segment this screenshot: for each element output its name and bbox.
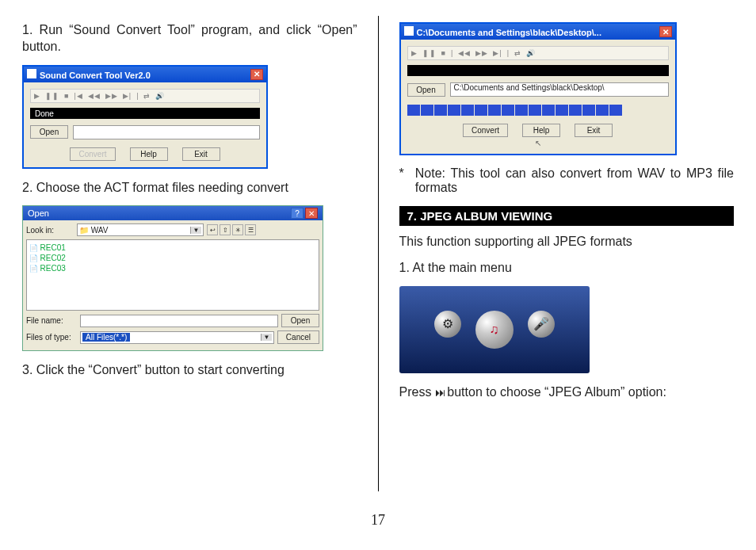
gear-icon: ⚙ bbox=[434, 311, 461, 338]
play-icon[interactable]: ▶ bbox=[34, 92, 40, 100]
window-titlebar: C:\Documents and Settings\black\Desktop\… bbox=[401, 24, 675, 40]
open-dialog-titlebar: Open ? ✕ bbox=[23, 206, 323, 220]
open-button[interactable]: Open bbox=[30, 125, 68, 139]
open-dialog-title: Open bbox=[28, 208, 49, 218]
step-2-text: 2. Choose the ACT format files needing c… bbox=[22, 180, 357, 197]
sound-convert-window: Sound Convert Tool Ver2.0 ✕ ▶ ❚❚ ■ |◀ ◀◀… bbox=[22, 65, 268, 169]
volume-icon[interactable]: 🔊 bbox=[155, 92, 165, 100]
file-list[interactable]: REC01 REC02 REC03 bbox=[26, 239, 319, 311]
filename-input[interactable] bbox=[80, 315, 278, 327]
right-column: C:\Documents and Settings\black\Desktop\… bbox=[399, 16, 735, 507]
mode-icon[interactable]: ⇄ bbox=[143, 92, 151, 100]
step-3-text: 3. Click the “Convert” button to start c… bbox=[22, 362, 357, 379]
music-icon: ♫ bbox=[475, 311, 514, 349]
next-icon[interactable]: ▶| bbox=[123, 92, 132, 100]
list-item[interactable]: REC03 bbox=[29, 263, 316, 273]
pause-icon[interactable]: ❚❚ bbox=[45, 92, 59, 100]
chevron-down-icon[interactable]: ▼ bbox=[261, 334, 272, 341]
status-bar bbox=[407, 65, 669, 76]
press-instruction: Press ⏭ button to choose “JPEG Album” op… bbox=[399, 384, 735, 401]
cursor-icon: ↖ bbox=[407, 139, 669, 147]
jpeg-step1: 1. At the main menu bbox=[399, 260, 735, 277]
prev-icon[interactable]: |◀ bbox=[74, 92, 82, 100]
lookin-combo[interactable]: 📁 WAV ▼ bbox=[77, 223, 204, 236]
exit-button[interactable]: Exit bbox=[575, 124, 613, 137]
list-item[interactable]: REC02 bbox=[29, 253, 316, 263]
filetype-label: Files of type: bbox=[26, 333, 77, 342]
play-icon[interactable]: ▶ bbox=[411, 49, 418, 57]
convert-button[interactable]: Convert bbox=[463, 124, 508, 137]
app-icon bbox=[404, 26, 414, 36]
rewind-icon[interactable]: ◀◀ bbox=[88, 92, 101, 100]
left-column: 1. Run “Sound Convert Tool” program, and… bbox=[22, 16, 357, 507]
section-heading: 7. JPEG ALBUM VIEWING bbox=[399, 206, 735, 226]
chevron-down-icon[interactable]: ▼ bbox=[190, 227, 201, 234]
volume-icon[interactable]: 🔊 bbox=[526, 49, 536, 57]
column-divider bbox=[378, 16, 379, 491]
close-icon[interactable]: ✕ bbox=[659, 26, 672, 37]
filetype-combo[interactable]: All Files(*.*) ▼ bbox=[80, 331, 274, 344]
list-item[interactable]: REC01 bbox=[29, 243, 316, 253]
forward-icon[interactable]: ▶▶ bbox=[475, 49, 488, 57]
jpeg-intro: This function supporting all JPEG format… bbox=[399, 234, 735, 250]
lookin-label: Look in: bbox=[26, 226, 74, 235]
status-bar: Done bbox=[30, 108, 260, 119]
newfolder-icon[interactable]: ✳ bbox=[232, 224, 243, 235]
note-text: Note: This tool can also convert from WA… bbox=[415, 166, 734, 195]
next-icon[interactable]: ▶| bbox=[493, 49, 502, 57]
step-1-text: 1. Run “Sound Convert Tool” program, and… bbox=[22, 22, 357, 55]
exit-button[interactable]: Exit bbox=[182, 147, 220, 161]
mode-icon[interactable]: ⇄ bbox=[514, 49, 521, 57]
window-title: C:\Documents and Settings\black\Desktop\… bbox=[417, 28, 602, 37]
up-icon[interactable]: ⇧ bbox=[220, 224, 231, 235]
app-icon bbox=[27, 69, 36, 78]
page-number: 17 bbox=[22, 512, 734, 529]
main-menu-image: ⚙ ♫ 🎤 bbox=[399, 286, 590, 373]
help-button[interactable]: Help bbox=[522, 124, 560, 137]
player-controls: ▶ ❚❚ ■ | ◀◀ ▶▶ ▶| | ⇄ 🔊 bbox=[407, 46, 669, 60]
convert-button[interactable]: Convert bbox=[70, 147, 115, 161]
view-icon[interactable]: ☰ bbox=[245, 224, 256, 235]
pause-icon[interactable]: ❚❚ bbox=[422, 49, 437, 57]
close-icon[interactable]: ✕ bbox=[305, 208, 318, 219]
note-asterisk: * bbox=[399, 166, 404, 181]
window-title: Sound Convert Tool Ver2.0 bbox=[40, 71, 151, 80]
filename-label: File name: bbox=[26, 316, 77, 325]
close-icon[interactable]: ✕ bbox=[250, 69, 263, 80]
stop-icon[interactable]: ■ bbox=[64, 92, 69, 100]
dialog-open-button[interactable]: Open bbox=[281, 314, 319, 327]
stop-icon[interactable]: ■ bbox=[441, 49, 446, 57]
help-button[interactable]: Help bbox=[130, 147, 168, 161]
player-controls: ▶ ❚❚ ■ |◀ ◀◀ ▶▶ ▶| | ⇄ 🔊 bbox=[30, 89, 260, 103]
progress-bar bbox=[407, 105, 669, 116]
forward-icon[interactable]: ▶▶ bbox=[105, 92, 118, 100]
open-dialog: Open ? ✕ Look in: 📁 WAV ▼ ↩ ⇧ ✳ bbox=[22, 205, 323, 351]
fast-forward-icon: ⏭ bbox=[435, 386, 444, 399]
dialog-cancel-button[interactable]: Cancel bbox=[277, 330, 319, 344]
open-button[interactable]: Open bbox=[407, 83, 445, 97]
help-icon[interactable]: ? bbox=[291, 208, 304, 219]
record-icon: 🎤 bbox=[528, 311, 555, 338]
rewind-icon[interactable]: ◀◀ bbox=[458, 49, 471, 57]
file-path-input[interactable]: C:\Documents and Settings\black\Desktop\ bbox=[450, 82, 669, 97]
back-icon[interactable]: ↩ bbox=[207, 224, 218, 235]
file-path-input[interactable] bbox=[73, 125, 260, 139]
convert-progress-window: C:\Documents and Settings\black\Desktop\… bbox=[399, 22, 677, 155]
window-titlebar: Sound Convert Tool Ver2.0 ✕ bbox=[24, 67, 266, 82]
